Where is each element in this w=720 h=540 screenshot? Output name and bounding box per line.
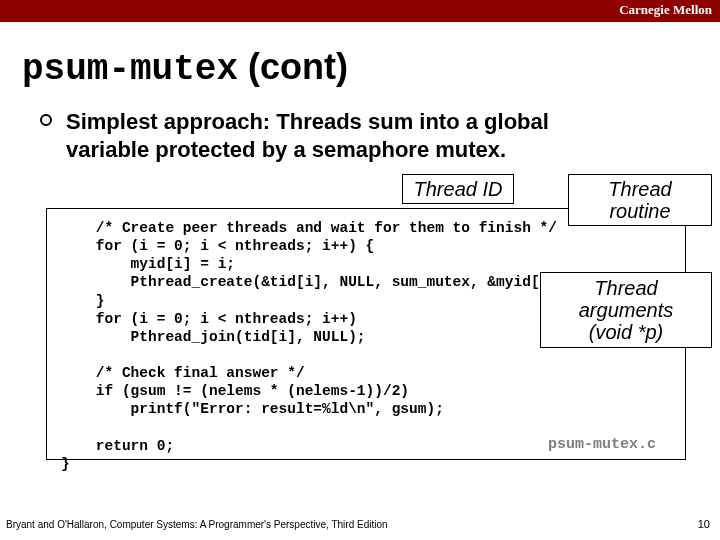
page-number: 10 [698,518,710,530]
top-bar: Carnegie Mellon [0,0,720,22]
bullet-icon [40,114,52,126]
title-code: psum-mutex [22,49,238,90]
brand-text: Carnegie Mellon [619,2,712,18]
callout-thread-args: Thread arguments (void *p) [540,272,712,348]
bullet-item: Simplest approach: Threads sum into a gl… [40,108,626,163]
callout-thread-routine: Thread routine [568,174,712,226]
slide-title: psum-mutex (cont) [22,46,348,90]
callout-args-line2: (void *p) [549,321,703,343]
callout-thread-id: Thread ID [402,174,514,204]
slide: Carnegie Mellon psum-mutex (cont) Simple… [0,0,720,540]
title-rest: (cont) [238,46,348,87]
footer-text: Bryant and O'Hallaron, Computer Systems:… [6,519,388,530]
callout-args-line1: Thread arguments [549,277,703,321]
bullet-text: Simplest approach: Threads sum into a gl… [66,108,626,163]
source-file-label: psum-mutex.c [548,436,656,453]
